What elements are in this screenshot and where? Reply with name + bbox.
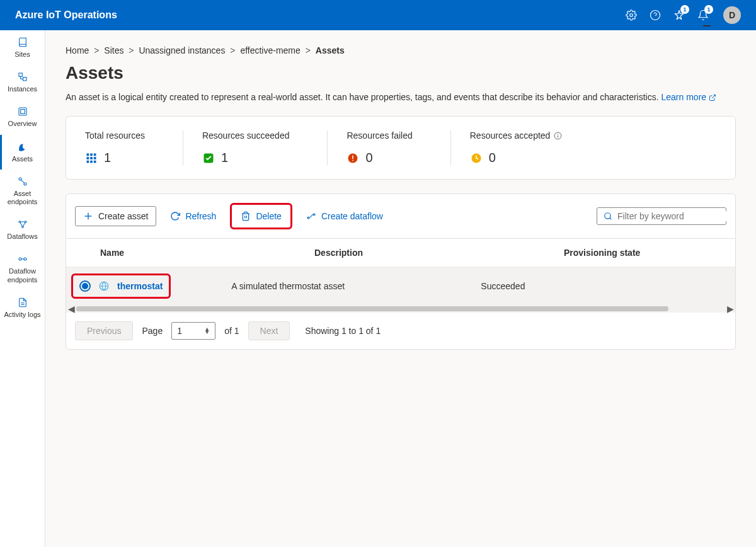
sidebar: Sites Instances Overview Assets Asset en… [0,30,45,547]
breadcrumb-instance[interactable]: effective-meme [240,45,300,55]
scroll-right-icon[interactable]: ▶ [726,305,734,313]
svg-rect-31 [353,155,354,159]
activity-logs-icon [17,297,28,308]
next-button[interactable]: Next [248,321,290,340]
svg-rect-26 [87,160,89,163]
delete-button[interactable]: Delete [230,203,292,229]
svg-point-35 [558,134,559,134]
stat-total: Total resources 1 [85,130,183,165]
failed-icon [346,152,359,164]
page-stepper[interactable]: ▲▼ [204,328,210,335]
showing-label: Showing 1 to 1 of 1 [305,326,381,336]
svg-point-43 [605,213,610,219]
horizontal-scrollbar[interactable]: ◀ ▶ [66,305,735,313]
svg-rect-20 [87,153,89,156]
filter-input-wrapper[interactable] [597,207,726,225]
svg-point-0 [630,14,633,17]
svg-rect-25 [94,157,96,159]
page-label: Page [142,326,163,336]
asset-name-link[interactable]: thermostat [117,281,163,291]
svg-line-44 [610,218,612,220]
sidebar-item-asset-endpoints[interactable]: Asset endpoints [0,170,45,212]
svg-rect-32 [353,160,354,161]
nav-label: Sites [14,50,30,59]
svg-rect-27 [90,160,93,163]
page-title: Assets [66,63,736,83]
plus-icon [83,211,93,221]
help-icon[interactable] [649,9,662,21]
search-icon [604,212,612,221]
scroll-left-icon[interactable]: ◀ [67,305,75,313]
assets-icon [17,141,28,153]
sidebar-item-instances[interactable]: Instances [0,65,45,100]
table-row[interactable]: thermostat A simulated thermostat asset … [66,267,735,305]
row-radio[interactable] [79,280,91,292]
overview-icon [17,106,28,117]
svg-line-11 [21,180,24,183]
assets-table: Name Description Provisioning state ther… [66,239,735,313]
learn-more-link[interactable]: Learn more [662,92,716,102]
svg-rect-23 [87,157,89,159]
page-number-input[interactable]: 1 ▲▼ [171,322,215,340]
sidebar-item-sites[interactable]: Sites [0,30,45,65]
diagnostics-icon[interactable]: 1 [673,9,685,21]
svg-point-14 [21,226,23,228]
breadcrumb-sites[interactable]: Sites [104,45,123,55]
create-asset-button[interactable]: Create asset [75,206,156,226]
cell-description: A simulated thermostat asset [231,281,481,291]
stats-card: Total resources 1 Resources succeeded 1 … [66,116,736,180]
avatar[interactable]: D [723,6,741,24]
col-name[interactable]: Name [100,248,314,258]
toolbar: Create asset Refresh Delete Create dataf… [66,194,735,239]
notifications-badge: 1 [704,5,713,14]
breadcrumb-current: Assets [316,45,345,55]
sidebar-item-overview[interactable]: Overview [0,100,45,134]
bell-icon[interactable]: 1 [697,9,709,21]
create-dataflow-button[interactable]: Create dataflow [299,207,391,226]
sidebar-item-activity-logs[interactable]: Activity logs [0,291,45,325]
sidebar-item-dataflows[interactable]: Dataflows [0,212,45,247]
stat-accepted: Resources accepted 0 [470,130,600,165]
dataflows-icon [17,219,28,230]
refresh-icon [170,211,180,221]
svg-rect-3 [19,73,22,76]
breadcrumb-home[interactable]: Home [66,45,89,55]
col-provisioning[interactable]: Provisioning state [564,248,724,258]
svg-rect-7 [19,108,26,115]
svg-point-41 [307,217,309,219]
svg-rect-4 [23,78,26,81]
svg-rect-22 [94,153,96,156]
table-header: Name Description Provisioning state [66,239,735,267]
stat-succeeded: Resources succeeded 1 [202,130,328,165]
svg-rect-28 [94,160,96,163]
page-description: An asset is a logical entity created to … [66,92,736,102]
col-description[interactable]: Description [314,248,564,258]
svg-point-15 [19,258,21,260]
info-icon[interactable] [554,132,562,140]
cell-provisioning: Succeeded [481,281,724,291]
stat-failed: Resources failed 0 [346,130,450,165]
gear-icon[interactable] [625,9,638,21]
svg-point-16 [24,258,26,260]
previous-button[interactable]: Previous [75,321,133,340]
of-label: of 1 [224,326,239,336]
refresh-button[interactable]: Refresh [163,207,224,226]
filter-input[interactable] [617,211,728,221]
svg-point-12 [19,221,21,223]
svg-point-42 [313,214,315,216]
sidebar-item-dataflow-endpoints[interactable]: Dataflow endpoints [0,247,45,290]
instances-icon [17,71,28,83]
svg-point-1 [651,11,660,20]
nav-label: Dataflows [7,233,37,241]
asset-type-icon [98,280,110,292]
nav-label: Asset endpoints [3,190,42,206]
dataflow-endpoints-icon [17,253,28,265]
nav-label: Dataflow endpoints [3,267,42,284]
sidebar-item-assets[interactable]: Assets [0,135,45,170]
header-actions: 1 1 D [625,6,741,24]
scroll-thumb[interactable] [76,306,668,311]
breadcrumb-unassigned[interactable]: Unassigned instances [139,45,225,55]
main-content: Home > Sites > Unassigned instances > ef… [45,30,756,547]
app-header: Azure IoT Operations 1 1 D [0,0,756,30]
grid-icon [85,152,98,164]
